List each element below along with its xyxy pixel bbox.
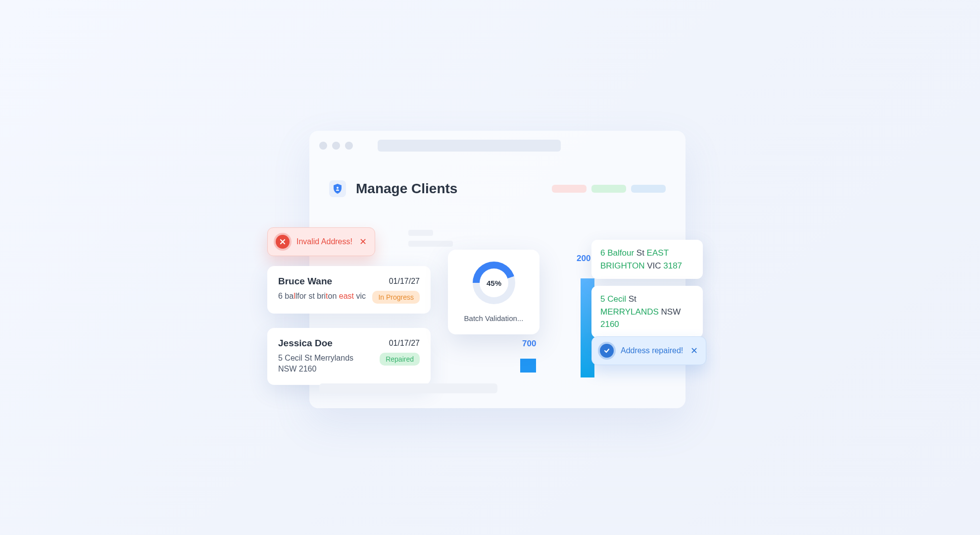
chart-bar (520, 359, 536, 373)
window-dot (332, 142, 340, 150)
client-address: 6 ballfor st briton east vic (278, 291, 366, 302)
shield-icon (329, 180, 346, 197)
batch-label: Batch Validation... (457, 314, 531, 322)
client-name: Bruce Wane (278, 276, 332, 287)
client-name: Jessica Doe (278, 338, 333, 349)
alert-address-repaired: Address repaired! ✕ (591, 336, 706, 365)
close-icon[interactable]: ✕ (690, 345, 698, 356)
chart-value: 200 (577, 254, 590, 264)
pill-red[interactable] (552, 185, 587, 193)
client-address: 5 Cecil St Merrylands NSW 2160 (278, 353, 372, 375)
address-suggestion[interactable]: 6 Balfour St EAST BRIGHTON VIC 3187 (591, 240, 703, 279)
client-card[interactable]: Bruce Wane 01/17/27 6 ballfor st briton … (267, 266, 431, 314)
client-date: 01/17/27 (389, 339, 420, 348)
progress-ring: 45% (473, 262, 515, 304)
batch-validation-card: 45% Batch Validation... (448, 250, 539, 334)
client-card[interactable]: Jessica Doe 01/17/27 5 Cecil St Merrylan… (267, 328, 431, 385)
action-pills (552, 185, 666, 193)
chart-value: 700 (522, 339, 536, 349)
url-bar[interactable] (378, 140, 561, 152)
skeleton-placeholder (319, 383, 497, 393)
skeleton-placeholder (408, 230, 453, 252)
alert-text: Address repaired! (621, 346, 683, 355)
close-icon[interactable]: ✕ (359, 236, 367, 247)
progress-percent: 45% (480, 268, 508, 297)
error-icon (276, 235, 290, 249)
window-dot (319, 142, 327, 150)
pill-blue[interactable] (631, 185, 666, 193)
svg-point-0 (337, 187, 339, 189)
check-icon (600, 344, 614, 358)
page-title: Manage Clients (356, 181, 457, 197)
browser-titlebar (309, 131, 686, 160)
client-date: 01/17/27 (389, 277, 420, 286)
status-badge: Repaired (380, 353, 420, 366)
pill-green[interactable] (591, 185, 626, 193)
window-dot (345, 142, 353, 150)
status-badge: In Progress (372, 291, 420, 304)
alert-text: Invalid Address! (296, 237, 352, 246)
alert-invalid-address: Invalid Address! ✕ (267, 227, 375, 256)
address-suggestion[interactable]: 5 Cecil St MERRYLANDS NSW 2160 (591, 286, 703, 338)
